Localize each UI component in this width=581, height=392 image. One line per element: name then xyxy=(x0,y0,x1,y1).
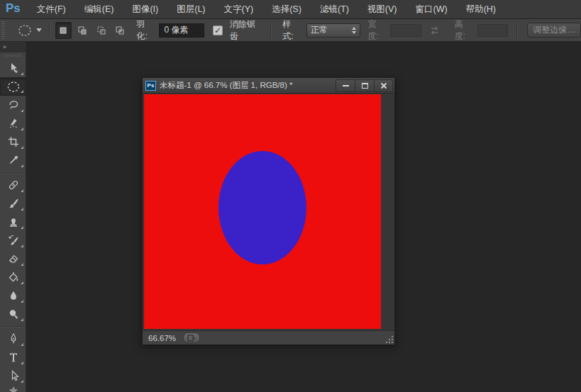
tool-flyout-indicator xyxy=(21,189,23,192)
feather-label: 羽化: xyxy=(137,18,155,43)
chevron-down-icon xyxy=(36,28,42,32)
document-window: Ps 未标题-1 @ 66.7% (图层 1, RGB/8) * 66.67% xyxy=(142,77,395,345)
tools-panel: » xyxy=(0,42,26,392)
style-label: 样式: xyxy=(282,18,301,43)
height-input xyxy=(477,24,509,37)
width-label: 宽度: xyxy=(367,18,386,43)
menu-type[interactable]: 文字(Y) xyxy=(215,0,263,19)
menu-select[interactable]: 选择(S) xyxy=(262,0,311,19)
style-select[interactable]: 正常 xyxy=(306,23,360,38)
tool-preset-picker[interactable] xyxy=(15,23,45,38)
tool-path-selection[interactable] xyxy=(0,366,26,385)
tool-options-bar: 羽化: ✓ 消除锯齿 样式: 正常 宽度: 高度: 调整边缘… xyxy=(0,19,581,42)
spinner-arrows-icon xyxy=(352,27,356,34)
menu-image[interactable]: 图像(I) xyxy=(123,0,167,19)
blur-tool-icon xyxy=(8,290,19,301)
tool-blur[interactable] xyxy=(0,286,26,305)
divider xyxy=(270,22,271,39)
document-title: 未标题-1 @ 66.7% (图层 1, RGB/8) * xyxy=(160,80,292,91)
menu-filter[interactable]: 滤镜(T) xyxy=(311,0,358,19)
divider xyxy=(516,22,517,39)
tool-paint-bucket[interactable] xyxy=(0,268,26,286)
window-resize-grip[interactable] xyxy=(385,335,394,344)
minimize-button[interactable] xyxy=(336,79,355,92)
dodge-tool-icon xyxy=(8,308,19,320)
document-info-button[interactable] xyxy=(183,332,200,343)
tool-pen[interactable] xyxy=(0,330,26,348)
elliptical-marquee-icon xyxy=(18,24,32,37)
minimize-icon xyxy=(343,85,349,86)
tool-flyout-indicator xyxy=(21,380,23,383)
tool-flyout-indicator xyxy=(21,343,23,346)
height-label: 高度: xyxy=(455,18,473,43)
menu-view[interactable]: 视图(V) xyxy=(358,0,406,19)
menu-window[interactable]: 窗口(W) xyxy=(406,0,457,19)
antialias-checkbox[interactable]: ✓ xyxy=(213,26,222,35)
add-to-selection-button[interactable] xyxy=(74,22,91,39)
window-controls xyxy=(336,79,393,92)
pen-tool-icon xyxy=(8,333,19,345)
style-value: 正常 xyxy=(311,24,328,36)
tool-brush[interactable] xyxy=(0,194,26,213)
canvas-area[interactable] xyxy=(143,94,394,330)
document-info-icon xyxy=(187,335,196,342)
subtract-from-selection-button[interactable] xyxy=(93,22,109,39)
new-selection-button[interactable] xyxy=(55,22,72,39)
close-button[interactable] xyxy=(374,79,393,92)
menu-file[interactable]: 文件(F) xyxy=(28,0,75,19)
zoom-level[interactable]: 66.67% xyxy=(143,334,183,342)
path-selection-tool-icon xyxy=(8,370,19,381)
tool-flyout-indicator xyxy=(21,146,23,149)
tool-eyedropper[interactable] xyxy=(0,151,26,169)
tool-flyout-indicator xyxy=(21,109,23,112)
brush-tool-icon xyxy=(8,198,19,209)
maximize-button[interactable] xyxy=(355,79,374,92)
paint-bucket-tool-icon xyxy=(8,271,19,283)
tool-dodge[interactable] xyxy=(0,305,26,323)
options-bar-grip[interactable] xyxy=(1,21,5,40)
move-tool-icon xyxy=(8,62,19,74)
tool-type[interactable] xyxy=(0,348,26,366)
history-brush-tool-icon xyxy=(8,235,19,246)
tool-flyout-indicator xyxy=(21,208,23,211)
blue-ellipse-shape xyxy=(218,151,306,264)
quick-selection-tool-icon xyxy=(8,118,19,129)
document-statusbar: 66.67% xyxy=(143,330,394,345)
tools-panel-grip[interactable] xyxy=(0,52,26,59)
tool-history-brush[interactable] xyxy=(0,231,26,250)
feather-input[interactable] xyxy=(159,23,204,38)
tool-flyout-indicator xyxy=(21,281,23,284)
subtract-from-selection-icon xyxy=(96,26,106,35)
swap-dimensions-icon xyxy=(428,26,441,35)
tool-spot-healing-brush[interactable] xyxy=(0,176,26,194)
menu-edit[interactable]: 编辑(E) xyxy=(75,0,123,19)
tool-shape[interactable] xyxy=(0,385,26,392)
tool-flyout-indicator xyxy=(21,245,23,247)
document-titlebar[interactable]: Ps 未标题-1 @ 66.7% (图层 1, RGB/8) * xyxy=(143,78,394,94)
divider xyxy=(49,22,50,39)
tools-panel-collapse-button[interactable]: » xyxy=(0,42,26,52)
intersect-selection-button[interactable] xyxy=(112,22,128,39)
document-canvas[interactable] xyxy=(144,94,381,329)
tool-elliptical-marquee[interactable] xyxy=(0,77,26,96)
tool-quick-selection[interactable] xyxy=(0,114,26,133)
tool-eraser[interactable] xyxy=(0,250,26,268)
maximize-icon xyxy=(362,83,368,89)
close-icon xyxy=(380,82,387,89)
menu-help[interactable]: 帮助(H) xyxy=(457,0,505,19)
tool-flyout-indicator xyxy=(21,226,23,229)
tool-flyout-indicator xyxy=(21,300,23,303)
add-to-selection-icon xyxy=(77,26,87,35)
crop-tool-icon xyxy=(8,136,19,147)
menu-layer[interactable]: 图层(L) xyxy=(167,0,214,19)
tool-flyout-indicator xyxy=(21,318,23,321)
intersect-selection-icon xyxy=(115,26,125,35)
tool-lasso[interactable] xyxy=(0,96,26,114)
clone-stamp-tool-icon xyxy=(8,216,19,228)
spot-healing-brush-tool-icon xyxy=(8,179,19,191)
tool-move[interactable] xyxy=(0,59,26,77)
tool-crop[interactable] xyxy=(0,133,26,151)
ps-document-icon: Ps xyxy=(145,81,156,91)
tool-clone-stamp[interactable] xyxy=(0,213,26,231)
tool-flyout-indicator xyxy=(21,72,23,75)
